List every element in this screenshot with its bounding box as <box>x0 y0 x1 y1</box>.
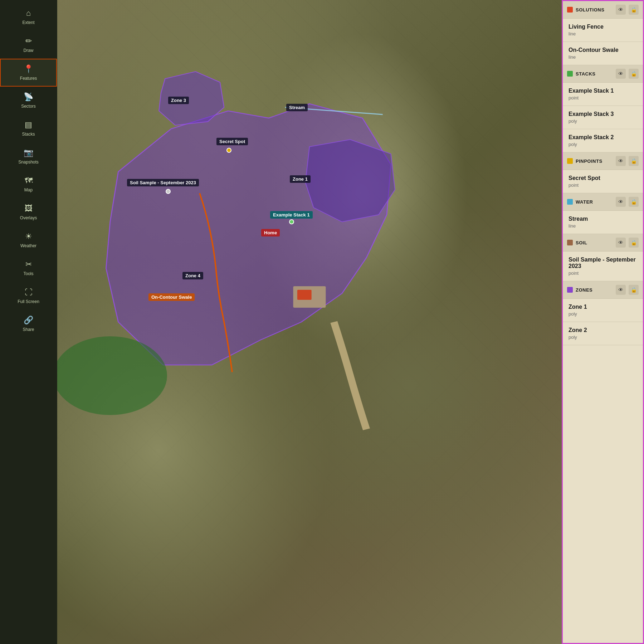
layer-item-name: Example Stack 2 <box>569 134 637 141</box>
layer-item-type: poly <box>569 118 637 124</box>
group-eye-pinpoints[interactable]: 👁 <box>616 156 626 166</box>
group-color-stacks <box>567 71 573 77</box>
layer-item-type: poly <box>569 142 637 147</box>
group-lock-stacks[interactable]: 🔒 <box>629 69 639 79</box>
group-eye-solutions[interactable]: 👁 <box>616 5 626 15</box>
map-label-zone3: Zone 3 <box>168 97 189 104</box>
sidebar-item-draw[interactable]: ✏ Draw <box>0 31 57 59</box>
layer-item-zones-0[interactable]: Zone 1 poly <box>563 299 643 322</box>
group-eye-zones[interactable]: 👁 <box>616 285 626 295</box>
right-panel: SOLUTIONS 👁 🔒 Living Fence line On-Conto… <box>562 0 644 644</box>
overlays-icon: 🖼 <box>25 204 33 213</box>
sidebar-label-fullscreen: Full Screen <box>18 299 39 304</box>
sidebar-item-map[interactable]: 🗺 Map <box>0 170 57 198</box>
sidebar-item-sectors[interactable]: 📡 Sectors <box>0 87 57 114</box>
layer-item-type: line <box>569 223 637 229</box>
map-label-example-stack1: Example Stack 1 <box>270 211 313 219</box>
sidebar-label-extent: Extent <box>22 20 34 25</box>
sidebar-item-fullscreen[interactable]: ⛶ Full Screen <box>0 282 57 310</box>
sidebar-label-snapshots: Snapshots <box>18 160 39 165</box>
sidebar-label-map: Map <box>24 187 33 192</box>
map-label-home: Home <box>261 229 280 236</box>
sidebar-label-sectors: Sectors <box>21 104 36 109</box>
layer-group-pinpoints: PINPOINTS 👁 🔒 <box>563 152 643 170</box>
layer-item-zones-1[interactable]: Zone 2 poly <box>563 322 643 345</box>
sidebar-label-overlays: Overlays <box>20 215 37 220</box>
weather-icon: ☀ <box>25 232 32 241</box>
layer-item-type: point <box>569 270 637 276</box>
group-name-zones: ZONES <box>576 287 613 293</box>
group-name-pinpoints: PINPOINTS <box>576 158 613 164</box>
group-color-solutions <box>567 7 573 13</box>
layer-item-type: line <box>569 54 637 60</box>
map-area: Zone 3StreamSecret SpotSoil Sample - Sep… <box>57 0 562 644</box>
layer-item-pinpoints-0[interactable]: Secret Spot point <box>563 170 643 193</box>
stacks-icon: ▤ <box>25 120 32 130</box>
layer-item-name: Living Fence <box>569 24 637 30</box>
layer-item-name: Soil Sample - September 2023 <box>569 257 637 269</box>
group-lock-water[interactable]: 🔒 <box>629 197 639 207</box>
layer-item-solutions-0[interactable]: Living Fence line <box>563 19 643 42</box>
marker-soil-sample-dot <box>166 189 171 194</box>
sidebar-item-overlays[interactable]: 🖼 Overlays <box>0 198 57 226</box>
layer-item-type: poly <box>569 335 637 340</box>
fullscreen-icon: ⛶ <box>25 288 33 297</box>
marker-secret-spot-dot <box>226 148 231 153</box>
group-eye-soil[interactable]: 👁 <box>616 238 626 248</box>
layer-group-zones: ZONES 👁 🔒 <box>563 281 643 299</box>
sidebar-label-draw: Draw <box>23 48 33 53</box>
sidebar-label-tools: Tools <box>23 271 33 276</box>
group-color-pinpoints <box>567 158 573 164</box>
layer-item-type: point <box>569 95 637 101</box>
sidebar-label-stacks: Stacks <box>22 132 35 137</box>
map-label-secret-spot: Secret Spot <box>216 138 248 145</box>
group-lock-zones[interactable]: 🔒 <box>629 285 639 295</box>
group-name-stacks: STACKS <box>576 71 613 77</box>
sidebar: ⌂ Extent ✏ Draw 📍 Features 📡 Sectors ▤ S… <box>0 0 57 644</box>
layer-group-solutions: SOLUTIONS 👁 🔒 <box>563 1 643 19</box>
layer-item-name: Example Stack 3 <box>569 111 637 117</box>
sidebar-item-features[interactable]: 📍 Features <box>0 59 57 87</box>
layer-item-name: On-Contour Swale <box>569 47 637 53</box>
sidebar-label-features: Features <box>20 76 37 81</box>
layer-item-solutions-1[interactable]: On-Contour Swale line <box>563 42 643 65</box>
sidebar-item-stacks[interactable]: ▤ Stacks <box>0 114 57 142</box>
layer-item-name: Zone 1 <box>569 304 637 310</box>
layer-item-name: Zone 2 <box>569 327 637 333</box>
group-color-zones <box>567 287 573 293</box>
layer-item-soil-0[interactable]: Soil Sample - September 2023 point <box>563 252 643 281</box>
group-name-soil: SOIL <box>576 240 613 245</box>
sidebar-item-extent[interactable]: ⌂ Extent <box>0 3 57 31</box>
layer-item-stacks-1[interactable]: Example Stack 3 poly <box>563 106 643 129</box>
group-lock-solutions[interactable]: 🔒 <box>629 5 639 15</box>
layer-group-stacks: STACKS 👁 🔒 <box>563 65 643 83</box>
map-label-soil-sample: Soil Sample - September 2023 <box>127 179 199 186</box>
marker-example-stack1-dot <box>289 219 294 224</box>
map-icon: 🗺 <box>25 176 33 185</box>
draw-icon: ✏ <box>25 36 32 46</box>
layer-item-stacks-0[interactable]: Example Stack 1 point <box>563 83 643 106</box>
group-lock-pinpoints[interactable]: 🔒 <box>629 156 639 166</box>
group-color-water <box>567 199 573 205</box>
tools-icon: ✂ <box>25 260 32 269</box>
map-label-stream: Stream <box>286 104 308 111</box>
sidebar-item-weather[interactable]: ☀ Weather <box>0 226 57 254</box>
sectors-icon: 📡 <box>24 92 33 102</box>
group-eye-stacks[interactable]: 👁 <box>616 69 626 79</box>
map-label-zone1: Zone 1 <box>290 175 311 183</box>
layer-group-water: WATER 👁 🔒 <box>563 193 643 211</box>
sidebar-item-snapshots[interactable]: 📷 Snapshots <box>0 142 57 170</box>
sidebar-label-share: Share <box>23 327 34 332</box>
layer-item-stacks-2[interactable]: Example Stack 2 poly <box>563 129 643 152</box>
group-name-water: WATER <box>576 199 613 205</box>
layer-item-water-0[interactable]: Stream line <box>563 211 643 234</box>
layer-group-soil: SOIL 👁 🔒 <box>563 234 643 252</box>
features-icon: 📍 <box>24 64 33 74</box>
sidebar-item-share[interactable]: 🔗 Share <box>0 310 57 338</box>
group-lock-soil[interactable]: 🔒 <box>629 238 639 248</box>
group-eye-water[interactable]: 👁 <box>616 197 626 207</box>
sidebar-item-tools[interactable]: ✂ Tools <box>0 254 57 282</box>
extent-icon: ⌂ <box>26 9 31 18</box>
group-color-soil <box>567 240 573 245</box>
map-label-on-contour-swale: On-Contour Swale <box>148 293 195 301</box>
